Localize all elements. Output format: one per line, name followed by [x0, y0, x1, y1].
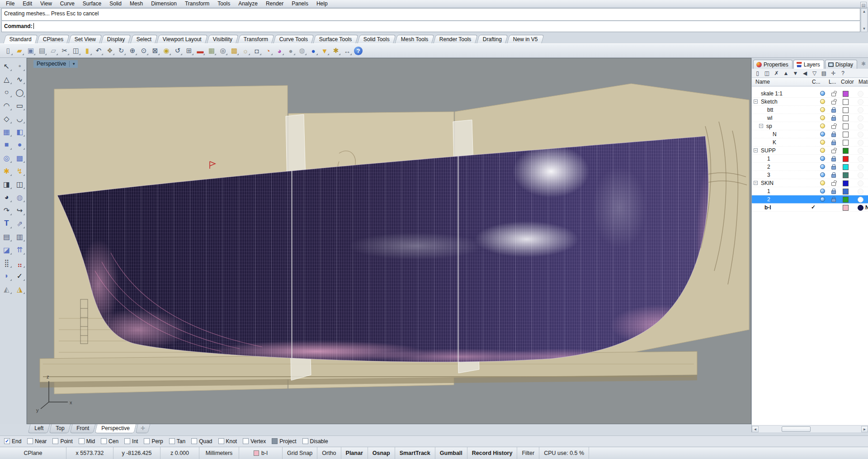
- toolbar-tab-render-tools[interactable]: Render Tools: [433, 35, 477, 43]
- layer-row-2[interactable]: 2: [752, 195, 868, 203]
- panel-tab-display[interactable]: Display: [825, 60, 857, 69]
- status-toggle-osnap[interactable]: Osnap: [368, 447, 395, 459]
- menu-render[interactable]: Render: [262, 0, 288, 7]
- toolbar-tab-display[interactable]: Display: [101, 35, 131, 43]
- status-cell-b-l[interactable]: b-l: [239, 447, 283, 459]
- checkbox-end[interactable]: ✓: [4, 438, 10, 444]
- scroll-down-icon[interactable]: ▼: [863, 27, 866, 31]
- command-input[interactable]: Command:: [1, 21, 860, 32]
- lock-icon[interactable]: [831, 133, 836, 137]
- menu-surface[interactable]: Surface: [79, 0, 105, 7]
- scrollbar-thumb[interactable]: [782, 426, 811, 432]
- patch-surface-icon[interactable]: ▩: [14, 152, 26, 164]
- column-header-mate[interactable]: Mate: [859, 79, 868, 85]
- extrude-surface-icon[interactable]: ⇈: [14, 244, 26, 256]
- osnap-disable[interactable]: Disable: [302, 438, 328, 445]
- layer-row-k[interactable]: K: [752, 138, 868, 147]
- layer-row-skale-1-1[interactable]: skale 1:1: [752, 90, 868, 98]
- material-icon[interactable]: [858, 156, 863, 162]
- checkbox-knot[interactable]: [218, 438, 224, 444]
- checkbox-int[interactable]: [124, 438, 130, 444]
- material-icon[interactable]: [858, 91, 863, 97]
- layer-color-swatch[interactable]: [843, 189, 849, 194]
- move-layer-up-button[interactable]: ▲: [782, 70, 790, 77]
- save-file-icon[interactable]: ▣: [25, 45, 36, 56]
- extrude-solid-icon[interactable]: ◪: [1, 244, 13, 256]
- lock-icon[interactable]: [831, 150, 836, 153]
- group-icon[interactable]: ▤: [1, 231, 13, 242]
- toolbar-tab-standard[interactable]: Standard: [3, 35, 38, 43]
- checkbox-point[interactable]: [52, 438, 58, 444]
- zoom-dynamic-icon[interactable]: ⊕: [127, 45, 138, 56]
- layer-color-swatch[interactable]: [843, 148, 849, 154]
- array-rectangular-icon[interactable]: ⣿: [1, 257, 13, 269]
- cut-icon[interactable]: ✂: [59, 45, 70, 56]
- expander-icon[interactable]: −: [759, 124, 763, 128]
- material-icon[interactable]: [858, 107, 863, 113]
- menu-solid[interactable]: Solid: [105, 0, 126, 7]
- viewport-title[interactable]: Perspective ▼: [33, 60, 78, 68]
- select-icon[interactable]: ↖: [1, 60, 13, 72]
- torus-icon[interactable]: ◎: [1, 152, 13, 164]
- osnap-mid[interactable]: Mid: [79, 438, 95, 445]
- align-icon[interactable]: ▥: [14, 231, 26, 242]
- status-toggle-grid-snap[interactable]: Grid Snap: [283, 447, 317, 459]
- checkbox-quad[interactable]: [191, 438, 197, 444]
- layer-color-swatch[interactable]: [843, 132, 849, 137]
- expander-icon[interactable]: −: [754, 99, 758, 104]
- layer-row-2[interactable]: 2: [752, 163, 868, 171]
- menu-help[interactable]: Help: [312, 0, 332, 7]
- layer-color-swatch[interactable]: [843, 107, 849, 113]
- expander-icon[interactable]: −: [754, 181, 758, 185]
- arc-icon[interactable]: ◠: [1, 99, 13, 111]
- delete-layer-button[interactable]: ✗: [773, 70, 780, 77]
- new-file-icon[interactable]: ▯: [3, 45, 14, 56]
- render-preview-icon[interactable]: ◔: [263, 45, 274, 56]
- toolbar-tab-set-view[interactable]: Set View: [68, 35, 102, 43]
- lock-icon[interactable]: [831, 199, 836, 202]
- zoom-selected-icon[interactable]: ◉: [161, 45, 172, 56]
- material-icon[interactable]: [858, 148, 863, 154]
- osnap-tan[interactable]: Tan: [169, 438, 185, 445]
- column-header-c[interactable]: C...: [812, 79, 821, 85]
- polyline-icon[interactable]: △: [1, 73, 13, 85]
- visibility-bulb-icon[interactable]: [820, 123, 825, 128]
- status-cell-cplane[interactable]: CPlane: [0, 447, 66, 459]
- rebuild-curve-icon[interactable]: ↪: [14, 204, 26, 216]
- viewport-tab-perspective[interactable]: Perspective: [95, 424, 137, 433]
- layer-row-supp[interactable]: −SUPP: [752, 147, 868, 155]
- layer-row-sketch[interactable]: −Sketch: [752, 98, 868, 106]
- layer-color-swatch[interactable]: [843, 180, 849, 186]
- layer-color-swatch[interactable]: [843, 172, 849, 178]
- menu-mesh[interactable]: Mesh: [126, 0, 147, 7]
- color-wheel-icon[interactable]: ◕: [274, 45, 285, 56]
- layer-color-swatch[interactable]: [843, 205, 849, 211]
- lock-objects-icon[interactable]: ◘: [251, 45, 262, 56]
- new-sublayer-button[interactable]: ◫: [763, 70, 771, 77]
- fillet-surface-icon[interactable]: ◗: [1, 270, 13, 282]
- menu-curve[interactable]: Curve: [56, 0, 79, 7]
- visibility-bulb-icon[interactable]: [820, 180, 825, 185]
- toolbar-tab-visibility[interactable]: Visibility: [207, 35, 239, 43]
- explode-icon[interactable]: ✱: [1, 165, 13, 177]
- ellipse-icon[interactable]: ◯: [14, 86, 26, 98]
- checkbox-tan[interactable]: [169, 438, 175, 444]
- osnap-perp[interactable]: Perp: [144, 438, 163, 445]
- layer-row-skin[interactable]: −SKIN: [752, 179, 868, 187]
- lock-icon[interactable]: [831, 101, 836, 104]
- layer-help-button[interactable]: ?: [839, 70, 847, 77]
- status-toggle-ortho[interactable]: Ortho: [317, 447, 341, 459]
- boolean-union-icon[interactable]: ◕: [1, 191, 13, 203]
- copy-icon[interactable]: ◫: [71, 45, 81, 56]
- menu-analyze[interactable]: Analyze: [234, 0, 262, 7]
- new-layer-button[interactable]: ▯: [754, 70, 761, 77]
- selection-funnel-icon[interactable]: ▼: [319, 45, 330, 56]
- osnap-circle-icon[interactable]: ◎: [217, 45, 228, 56]
- lock-icon[interactable]: [831, 174, 836, 178]
- status-toggle-planar[interactable]: Planar: [341, 447, 368, 459]
- collapse-all-button[interactable]: ◀: [801, 70, 809, 77]
- lock-icon[interactable]: [831, 117, 836, 121]
- layer-color-swatch[interactable]: [843, 164, 849, 170]
- layer-row-sp[interactable]: −sp: [752, 122, 868, 130]
- lock-icon[interactable]: [831, 190, 836, 194]
